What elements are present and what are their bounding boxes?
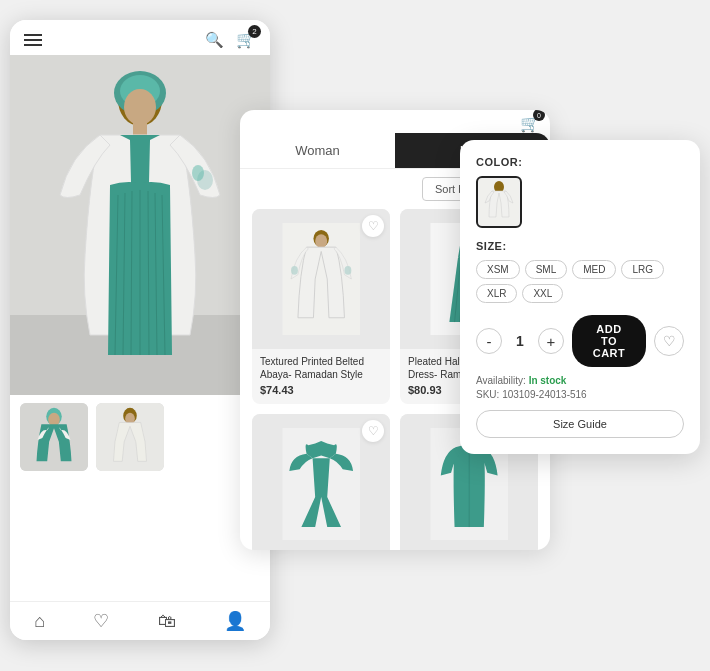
home-icon[interactable]: ⌂ <box>34 611 45 632</box>
size-guide-button[interactable]: Size Guide <box>476 410 684 438</box>
panel-cart-badge: 0 <box>533 110 545 121</box>
size-xsm[interactable]: XSM <box>476 260 520 279</box>
svg-point-18 <box>48 413 60 427</box>
sku-row: SKU: 103109-24013-516 <box>476 389 684 400</box>
add-to-cart-button[interactable]: ADD TO CART <box>572 315 646 367</box>
quantity-increase-btn[interactable]: + <box>538 328 564 354</box>
panel-cart-icon[interactable]: 🛒 0 <box>520 114 540 133</box>
bag-icon[interactable]: 🛍 <box>158 611 176 632</box>
mobile-header-icons: 🔍 🛒 2 <box>205 30 256 49</box>
product-card-1: ♡ Textured Printed Belted Abaya- Ramada <box>252 209 390 404</box>
availability-value: In stock <box>529 375 567 386</box>
color-swatch-white[interactable] <box>476 176 522 228</box>
product-price-1: $74.43 <box>260 384 382 396</box>
wishlist-btn-1[interactable]: ♡ <box>362 215 384 237</box>
product-img-1: ♡ <box>252 209 390 349</box>
search-icon[interactable]: 🔍 <box>205 31 224 49</box>
color-swatches <box>476 176 684 228</box>
profile-icon[interactable]: 👤 <box>224 610 246 632</box>
size-label: SIZE: <box>476 240 684 252</box>
thumbnail-2[interactable] <box>96 403 164 471</box>
color-label: COLOR: <box>476 156 684 168</box>
quantity-value: 1 <box>510 333 530 349</box>
wishlist-add-btn[interactable]: ♡ <box>654 326 684 356</box>
cart-badge: 2 <box>248 25 261 38</box>
mobile-header: 🔍 🛒 2 <box>10 20 270 55</box>
product-info-1: Textured Printed Belted Abaya- Ramadan S… <box>252 349 390 404</box>
svg-point-24 <box>315 234 327 248</box>
add-to-cart-popup: COLOR: SIZE: XSM SML MED LRG XLR XXL <box>460 140 700 454</box>
svg-point-26 <box>344 266 351 275</box>
size-lrg[interactable]: LRG <box>621 260 664 279</box>
svg-rect-6 <box>133 121 147 136</box>
size-xlr[interactable]: XLR <box>476 284 517 303</box>
availability-row: Availability: In stock <box>476 375 684 386</box>
size-options: XSM SML MED LRG XLR XXL <box>476 260 684 303</box>
product-card-3: ♡ Wide Leg Jumpsuit <box>252 414 390 550</box>
mobile-app-frame: 🔍 🛒 2 <box>10 20 270 640</box>
product-name-1: Textured Printed Belted Abaya- Ramadan S… <box>260 355 382 381</box>
mobile-bottom-bar: ⌂ ♡ 🛍 👤 <box>10 601 270 640</box>
quantity-row: - 1 + ADD TO CART ♡ <box>476 315 684 367</box>
size-med[interactable]: MED <box>572 260 616 279</box>
size-section: SIZE: XSM SML MED LRG XLR XXL <box>476 240 684 303</box>
svg-point-25 <box>291 266 298 275</box>
cart-icon-wrap[interactable]: 🛒 2 <box>236 30 256 49</box>
size-xxl[interactable]: XXL <box>522 284 563 303</box>
availability-label: Availability: <box>476 375 526 386</box>
main-product-image <box>10 55 270 395</box>
tab-woman[interactable]: Woman <box>240 133 395 168</box>
shop-panel-header: 🛒 0 <box>240 110 550 133</box>
svg-point-5 <box>124 89 156 125</box>
sku-label: SKU: <box>476 389 499 400</box>
product-img-3: ♡ <box>252 414 390 550</box>
quantity-decrease-btn[interactable]: - <box>476 328 502 354</box>
wishlist-btn-3[interactable]: ♡ <box>362 420 384 442</box>
size-sml[interactable]: SML <box>525 260 568 279</box>
thumbnails-row <box>10 395 270 479</box>
svg-point-15 <box>192 165 204 181</box>
thumbnail-1[interactable] <box>20 403 88 471</box>
wishlist-icon[interactable]: ♡ <box>93 610 109 632</box>
color-section: COLOR: <box>476 156 684 228</box>
hamburger-icon[interactable] <box>24 31 42 49</box>
sku-value: 103109-24013-516 <box>502 389 587 400</box>
